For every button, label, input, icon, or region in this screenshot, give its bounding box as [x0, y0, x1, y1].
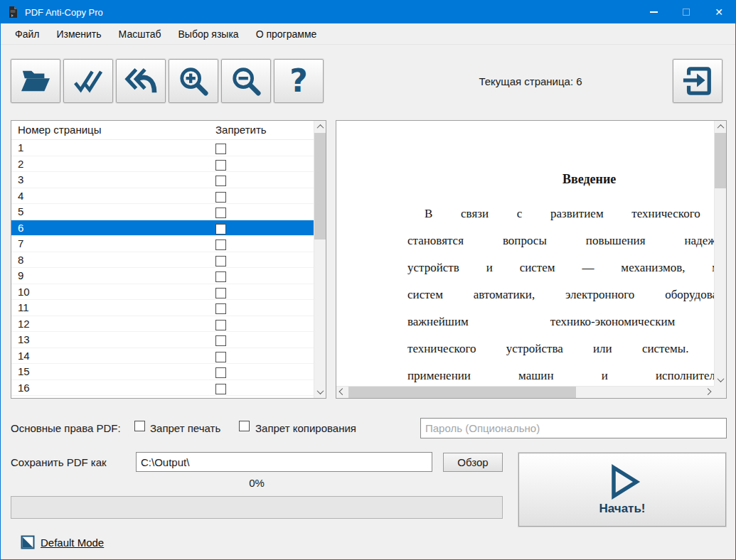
minimize-button[interactable] [637, 1, 670, 23]
pdf-page-clip: Введение В связи с развитием техническог… [336, 121, 714, 386]
output-path-input[interactable] [136, 452, 432, 472]
forbid-checkbox[interactable] [215, 271, 226, 282]
forbid-checkbox[interactable] [215, 144, 226, 154]
forbid-checkbox[interactable] [215, 335, 226, 346]
scroll-up-icon[interactable] [715, 121, 727, 133]
permissions-label: Основные права PDF: [11, 422, 121, 434]
forbid-checkbox[interactable] [215, 192, 226, 203]
page-number-cell: 15 [18, 365, 30, 377]
table-row[interactable]: 13 [11, 332, 314, 348]
forbid-checkbox[interactable] [215, 288, 226, 298]
toolbar: ? [11, 59, 324, 103]
table-row[interactable]: 14 [11, 348, 314, 365]
forbid-checkbox[interactable] [215, 352, 226, 362]
table-row[interactable]: 8 [11, 252, 314, 269]
check-all-button[interactable] [63, 59, 113, 103]
browse-button[interactable]: Обзор [443, 453, 503, 472]
table-row[interactable]: 1 [11, 140, 314, 156]
forbid-cell [215, 318, 226, 331]
window-title: PDF Anti-Copy Pro [25, 7, 103, 18]
table-row[interactable]: 2 [11, 156, 314, 173]
forbid-checkbox[interactable] [215, 224, 226, 235]
forbid-checkbox[interactable] [215, 208, 226, 218]
exit-icon [682, 65, 713, 97]
maximize-button[interactable] [670, 1, 703, 23]
folder-open-icon [19, 67, 52, 95]
table-row[interactable]: 3 [11, 172, 314, 188]
page-number-cell: 1 [18, 141, 23, 154]
no-print-checkbox[interactable] [134, 421, 145, 431]
menu-item-file[interactable]: Файл [6, 23, 48, 45]
forbid-checkbox[interactable] [215, 367, 226, 378]
scrollbar-thumb[interactable] [715, 133, 727, 188]
menu-item-language[interactable]: Выбор языка [169, 23, 247, 45]
column-header-forbid: Запретить [215, 124, 267, 136]
table-row[interactable]: 6 [11, 220, 314, 237]
scroll-down-icon[interactable] [715, 374, 727, 386]
forbid-cell [215, 350, 226, 363]
table-row[interactable]: 15 [11, 364, 314, 380]
menu-item-zoom[interactable]: Масштаб [110, 23, 170, 45]
default-mode-icon [21, 535, 35, 549]
forbid-checkbox[interactable] [215, 303, 226, 314]
page-number-cell: 11 [18, 301, 29, 313]
page-number-cell: 17 [18, 397, 30, 398]
forbid-checkbox[interactable] [215, 239, 226, 250]
forbid-cell [215, 222, 226, 235]
open-file-button[interactable] [11, 59, 60, 103]
forbid-cell [215, 142, 226, 155]
table-row[interactable]: 4 [11, 188, 314, 205]
forbid-cell [215, 334, 226, 347]
scroll-down-icon[interactable] [314, 386, 326, 398]
scrollbar-thumb[interactable] [348, 387, 576, 399]
pdf-text-line: становятся вопросы повышения надежности … [407, 227, 714, 254]
table-vertical-scrollbar[interactable] [314, 121, 326, 398]
scroll-left-icon[interactable] [336, 387, 348, 399]
forbid-checkbox[interactable] [215, 320, 226, 330]
table-row[interactable]: 17 [11, 396, 314, 398]
exit-button[interactable] [673, 59, 722, 103]
default-mode-link[interactable]: Default Mode [41, 537, 104, 549]
start-button[interactable]: Начать! [518, 453, 726, 527]
table-row[interactable]: 7 [11, 236, 314, 252]
table-row[interactable]: 16 [11, 380, 314, 397]
menu-item-edit[interactable]: Изменить [48, 23, 110, 45]
table-row[interactable]: 10 [11, 284, 314, 301]
forbid-cell [215, 254, 226, 267]
undo-button[interactable] [116, 59, 166, 103]
menu-item-about[interactable]: О программе [247, 23, 326, 45]
table-row[interactable]: 11 [11, 300, 314, 316]
zoom-in-icon [178, 65, 209, 97]
forbid-cell [215, 206, 226, 219]
pdf-text-line: применении машин и исполнительных механ [407, 362, 714, 386]
forbid-checkbox[interactable] [215, 176, 226, 186]
zoom-in-button[interactable] [169, 59, 218, 103]
menubar: ФайлИзменитьМасштабВыбор языкаО программ… [1, 23, 735, 45]
no-copy-label[interactable]: Запрет копирования [255, 422, 356, 434]
table-row[interactable]: 5 [11, 204, 314, 220]
preview-horizontal-scrollbar[interactable] [336, 386, 714, 398]
forbid-cell [215, 190, 226, 203]
maximize-icon [683, 9, 690, 16]
no-print-label[interactable]: Запрет печать [150, 422, 220, 434]
scroll-right-icon[interactable] [702, 387, 714, 399]
preview-vertical-scrollbar[interactable] [714, 121, 726, 386]
close-button[interactable]: ✕ [703, 1, 735, 23]
pdf-text-line: важнейшим технико-экономическим показате… [407, 308, 714, 335]
password-input[interactable] [420, 418, 727, 438]
forbid-checkbox[interactable] [215, 256, 226, 266]
table-row[interactable]: 9 [11, 268, 314, 284]
pdf-text-line: технического устройства или системы. В с… [407, 335, 714, 362]
scroll-up-icon[interactable] [314, 121, 326, 133]
play-icon [602, 463, 642, 500]
scrollbar-thumb[interactable] [314, 133, 326, 239]
zoom-out-button[interactable] [221, 59, 271, 103]
forbid-cell [215, 270, 226, 283]
table-row[interactable]: 12 [11, 316, 314, 333]
no-copy-checkbox[interactable] [239, 421, 250, 431]
forbid-cell [215, 158, 226, 171]
page-number-cell: 6 [18, 222, 23, 234]
forbid-checkbox[interactable] [215, 160, 226, 171]
help-button[interactable]: ? [274, 59, 324, 103]
forbid-checkbox[interactable] [215, 384, 226, 394]
